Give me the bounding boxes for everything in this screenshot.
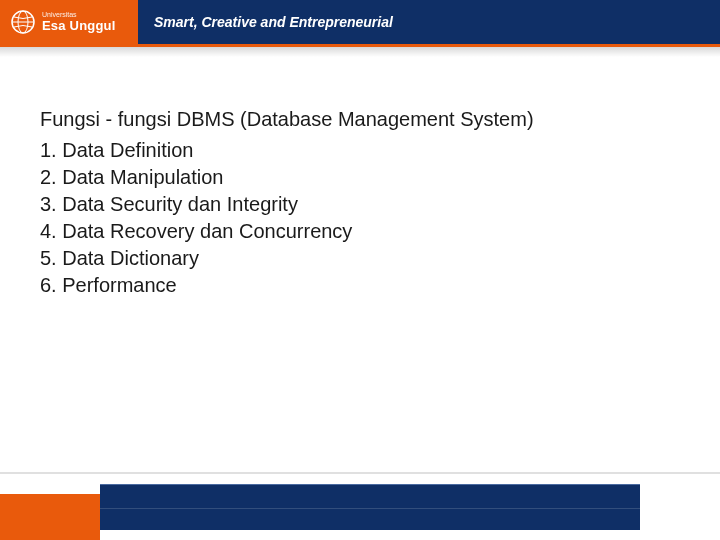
header-shadow [0, 47, 720, 57]
logo-big-text: Esa Unggul [42, 19, 116, 33]
slide-header: Universitas Esa Unggul Smart, Creative a… [0, 0, 720, 44]
list-item: 5. Data Dictionary [40, 245, 680, 272]
list-item: 1. Data Definition [40, 137, 680, 164]
list-item: 3. Data Security dan Integrity [40, 191, 680, 218]
slide-footer [0, 474, 720, 540]
tagline-text: Smart, Creative and Entrepreneurial [154, 14, 393, 30]
logo-block: Universitas Esa Unggul [0, 0, 138, 44]
list-item: 4. Data Recovery dan Concurrency [40, 218, 680, 245]
footer-orange-block [0, 494, 100, 540]
globe-icon [10, 9, 36, 35]
slide-list: 1. Data Definition 2. Data Manipulation … [40, 137, 680, 299]
list-item: 6. Performance [40, 272, 680, 299]
logo-small-text: Universitas [42, 11, 116, 19]
tagline-block: Smart, Creative and Entrepreneurial [138, 0, 720, 44]
slide-content: Fungsi - fungsi DBMS (Database Managemen… [40, 108, 680, 299]
footer-divider [0, 472, 720, 474]
footer-navy-block [100, 484, 640, 530]
slide-title: Fungsi - fungsi DBMS (Database Managemen… [40, 108, 680, 131]
logo-text: Universitas Esa Unggul [42, 11, 116, 33]
list-item: 2. Data Manipulation [40, 164, 680, 191]
